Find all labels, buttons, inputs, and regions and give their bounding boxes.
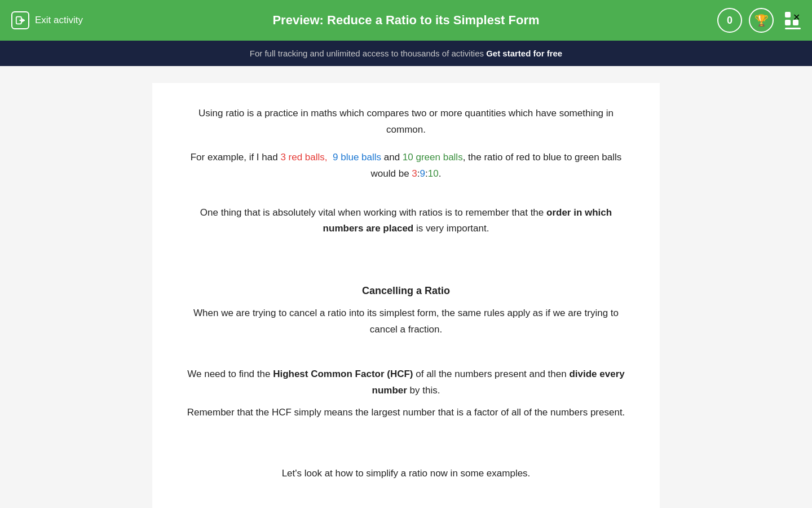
promo-text: For full tracking and unlimited access t… <box>250 49 486 58</box>
intro-p2-mid2: and <box>381 152 403 163</box>
exit-label: Exit activity <box>35 15 83 26</box>
spacer-4 <box>186 355 626 366</box>
exit-button[interactable]: Exit activity <box>11 11 83 29</box>
top-navigation: Exit activity Preview: Reduce a Ratio to… <box>0 0 812 41</box>
intro-p2-end: . <box>439 168 442 179</box>
order-pre: One thing that is absolutely vital when … <box>200 207 546 218</box>
dot-4 <box>793 20 798 25</box>
dot-1 <box>785 12 791 17</box>
page-title: Preview: Reduce a Ratio to its Simplest … <box>272 13 539 28</box>
hcf-mid: of all the numbers present and then <box>413 369 570 379</box>
exit-icon <box>11 11 29 29</box>
hcf-note: Remember that the HCF simply means the l… <box>186 405 626 421</box>
dot-x: ✕ <box>793 12 798 17</box>
spacer-1 <box>186 194 626 205</box>
green-balls-text: 10 green balls <box>403 152 463 163</box>
hcf-bold: Highest Common Factor (HCF) <box>273 369 413 379</box>
promo-cta[interactable]: Get started for free <box>486 49 562 58</box>
section-title: Cancelling a Ratio <box>186 282 626 300</box>
hcf-post: by this. <box>407 385 440 396</box>
simplify-intro: Let's look at how to simplify a ratio no… <box>186 466 626 482</box>
dot-3 <box>785 20 791 25</box>
hcf-pre: We need to find the <box>187 369 273 379</box>
cancel-intro: When we are trying to cancel a ratio int… <box>186 305 626 338</box>
spacer-2 <box>186 260 626 271</box>
red-balls-text: 3 red balls, <box>280 152 327 163</box>
intro-p2-pre: For example, if I had <box>191 152 281 163</box>
order-paragraph: One thing that is absolutely vital when … <box>186 205 626 238</box>
spacer-3 <box>186 271 626 282</box>
order-post: is very important. <box>413 223 489 234</box>
exit-arrow-icon <box>15 15 25 25</box>
trophy-button[interactable]: 🏆 <box>749 8 774 33</box>
blue-balls-text: 9 blue balls <box>333 152 381 163</box>
promo-banner: For full tracking and unlimited access t… <box>0 41 812 66</box>
menu-icon[interactable]: ✕ <box>785 12 801 29</box>
menu-line <box>785 28 801 29</box>
intro-paragraph-2: For example, if I had 3 red balls, 9 blu… <box>186 150 626 182</box>
spacer-6 <box>186 454 626 466</box>
menu-dots-top: ✕ <box>785 12 801 17</box>
menu-dots-bottom <box>785 20 801 25</box>
main-content: Using ratio is a practice in maths which… <box>152 83 660 508</box>
score-badge: 0 <box>717 8 742 33</box>
spacer-5 <box>186 443 626 454</box>
intro-paragraph-1: Using ratio is a practice in maths which… <box>186 106 626 138</box>
ratio-display: 3:9:10 <box>412 168 438 179</box>
hcf-paragraph: We need to find the Highest Common Facto… <box>186 366 626 399</box>
nav-right-controls: 0 🏆 ✕ <box>717 8 801 33</box>
